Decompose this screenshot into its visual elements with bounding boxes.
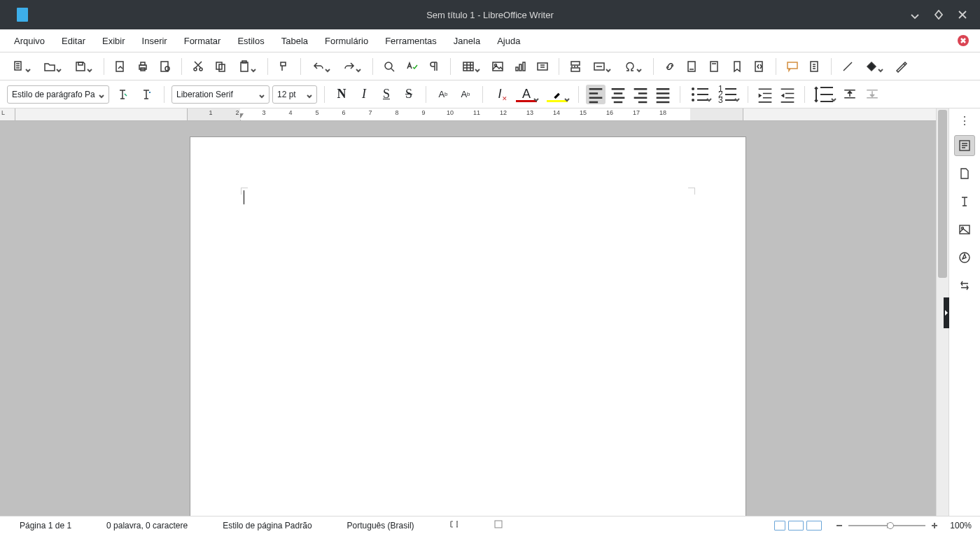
margin-marker-top-left: [241, 188, 248, 195]
insert-chart-button[interactable]: [510, 57, 530, 76]
close-button[interactable]: [958, 10, 967, 20]
show-draw-functions-button[interactable]: [891, 57, 911, 76]
insert-textbox-button[interactable]: [533, 57, 552, 76]
insert-page-break-button[interactable]: [566, 57, 585, 76]
font-color-button[interactable]: A: [512, 85, 540, 104]
align-right-button[interactable]: [631, 85, 650, 104]
sidebar-collapse-handle[interactable]: [944, 297, 949, 328]
insert-endnote-button[interactable]: [705, 57, 724, 76]
maximize-button[interactable]: [934, 10, 944, 20]
status-selection-mode[interactable]: [483, 520, 514, 531]
decrease-indent-button[interactable]: [778, 85, 797, 104]
sidebar-page-button[interactable]: [954, 163, 975, 184]
menu-exibir[interactable]: Exibir: [94, 32, 134, 50]
sidebar-gallery-button[interactable]: [954, 219, 975, 240]
sidebar-properties-button[interactable]: [954, 135, 975, 156]
paste-button[interactable]: [233, 57, 261, 76]
status-page-style[interactable]: Estilo de página Padrão: [211, 521, 323, 531]
spellcheck-button[interactable]: [402, 57, 421, 76]
paragraph-style-combo[interactable]: Estilo de parágrafo Pa: [7, 85, 109, 104]
close-document-button[interactable]: [958, 35, 969, 46]
undo-button[interactable]: [307, 57, 335, 76]
print-button[interactable]: [133, 57, 153, 76]
menu-estilos[interactable]: Estilos: [229, 32, 272, 50]
clone-formatting-button[interactable]: [274, 57, 294, 76]
new-button[interactable]: [8, 57, 36, 76]
strikethrough-button[interactable]: S: [399, 85, 419, 104]
bold-button[interactable]: N: [332, 85, 351, 104]
sidebar-navigator-button[interactable]: [954, 247, 975, 268]
number-list-button[interactable]: 123: [715, 85, 741, 104]
insert-table-button[interactable]: [457, 57, 485, 76]
menu-tabela[interactable]: Tabela: [273, 32, 316, 50]
status-page[interactable]: Página 1 de 1: [8, 521, 83, 531]
sidebar-manage-changes-button[interactable]: [954, 275, 975, 296]
multi-page-view-button[interactable]: [788, 521, 804, 531]
status-insert-mode[interactable]: [438, 520, 470, 531]
increase-indent-button[interactable]: [755, 85, 775, 104]
save-button[interactable]: [69, 57, 97, 76]
cut-button[interactable]: [188, 57, 208, 76]
status-language[interactable]: Português (Brasil): [336, 521, 426, 531]
status-word-count[interactable]: 0 palavra, 0 caractere: [95, 521, 199, 531]
highlight-color-button[interactable]: [543, 85, 571, 104]
menu-janela[interactable]: Janela: [445, 32, 489, 50]
increase-para-spacing-button[interactable]: [840, 85, 860, 104]
zoom-slider[interactable]: [848, 525, 925, 526]
align-center-button[interactable]: [608, 85, 628, 104]
single-page-view-button[interactable]: [774, 521, 785, 531]
formatting-marks-button[interactable]: [424, 57, 444, 76]
italic-button[interactable]: I: [354, 85, 374, 104]
zoom-slider-handle[interactable]: [887, 522, 894, 529]
horizontal-ruler[interactable]: 123456789101112131415161718: [15, 108, 936, 121]
subscript-button[interactable]: Ab: [456, 85, 475, 104]
open-button[interactable]: [38, 57, 66, 76]
decrease-para-spacing-button[interactable]: [862, 85, 882, 104]
superscript-button[interactable]: Ab: [433, 85, 453, 104]
underline-button[interactable]: S: [377, 85, 396, 104]
insert-bookmark-button[interactable]: [727, 57, 747, 76]
menu-ajuda[interactable]: Ajuda: [489, 32, 528, 50]
menu-arquivo[interactable]: Arquivo: [6, 32, 53, 50]
insert-field-button[interactable]: [588, 57, 616, 76]
zoom-value[interactable]: 100%: [944, 521, 972, 531]
zoom-out-button[interactable]: [834, 521, 844, 531]
clear-formatting-button[interactable]: I✕: [490, 85, 510, 104]
menu-editar[interactable]: Editar: [53, 32, 94, 50]
line-spacing-button[interactable]: [812, 85, 837, 104]
minimize-button[interactable]: [910, 10, 920, 20]
basic-shapes-button[interactable]: [860, 57, 888, 76]
export-pdf-button[interactable]: [111, 57, 130, 76]
menu-formulario[interactable]: Formulário: [316, 32, 377, 50]
sidebar-more-icon[interactable]: ⋮: [959, 114, 971, 128]
align-justify-button[interactable]: [653, 85, 673, 104]
svg-rect-23: [571, 68, 580, 71]
scrollbar-thumb[interactable]: [938, 110, 947, 278]
menu-ferramentas[interactable]: Ferramentas: [377, 32, 445, 50]
menu-inserir[interactable]: Inserir: [134, 32, 176, 50]
book-view-button[interactable]: [806, 521, 822, 531]
menu-formatar[interactable]: Formatar: [176, 32, 230, 50]
insert-hyperlink-button[interactable]: [660, 57, 680, 76]
insert-image-button[interactable]: [488, 57, 507, 76]
align-left-button[interactable]: [586, 85, 606, 104]
insert-footnote-button[interactable]: [682, 57, 702, 76]
insert-symbol-button[interactable]: [619, 57, 647, 76]
redo-button[interactable]: [338, 57, 366, 76]
font-size-combo[interactable]: 12 pt: [272, 85, 317, 104]
print-preview-button[interactable]: [155, 57, 175, 76]
bullet-list-button[interactable]: [687, 85, 713, 104]
copy-button[interactable]: [211, 57, 230, 76]
sidebar-styles-button[interactable]: [954, 191, 975, 212]
font-name-combo[interactable]: Liberation Serif: [172, 85, 270, 104]
track-changes-button[interactable]: [805, 57, 825, 76]
page-scroll[interactable]: [0, 121, 936, 516]
insert-line-button[interactable]: [838, 57, 858, 76]
new-style-button[interactable]: [136, 85, 156, 104]
find-button[interactable]: [379, 57, 399, 76]
page[interactable]: [190, 136, 746, 516]
insert-cross-reference-button[interactable]: [750, 57, 769, 76]
insert-comment-button[interactable]: [783, 57, 802, 76]
update-style-button[interactable]: [113, 85, 132, 104]
zoom-in-button[interactable]: [930, 521, 939, 531]
